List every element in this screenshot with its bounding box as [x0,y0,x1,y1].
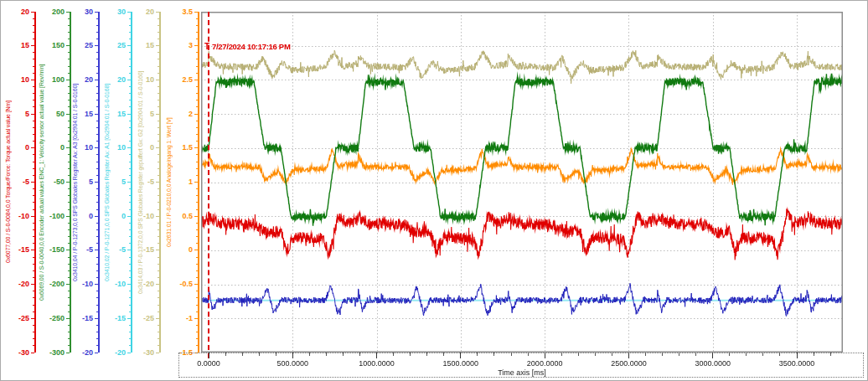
y-axis-major-tick [31,80,34,80]
time-axis-minor-tick [410,353,411,356]
time-cursor-line[interactable] [208,12,209,358]
y-axis-tick-label: -10 [129,212,154,221]
y-axis-minor-tick [196,168,199,169]
y-axis-minor-tick [196,175,199,176]
time-axis-tick-label: 3500.0000 [772,359,822,368]
time-axis-minor-tick [493,353,494,356]
y-axis-minor-tick [196,39,199,39]
y-axis-minor-tick [33,188,35,189]
y-axis-minor-tick [158,52,160,53]
y-axis-minor-tick [158,257,160,258]
y-axis-minor-tick [129,93,132,94]
y-axis-tick-label: -20 [68,348,93,358]
y-axis-minor-tick [129,264,132,265]
y-axis-minor-tick [196,236,199,237]
time-cursor-marker[interactable]: T [204,42,209,51]
y-axis-minor-tick [196,121,199,121]
y-axis-minor-tick [196,325,199,326]
time-axis-major-tick [209,353,209,358]
time-axis-tick-label: 1500.0000 [436,359,486,368]
y-axis-tick-label: 0 [129,143,154,152]
y-axis-major-tick [156,284,159,285]
y-axis-tick-label: 0 [101,212,126,221]
y-axis-minor-tick [129,32,132,33]
y-axis-minor-tick [129,325,132,326]
y-axis-minor-tick [33,59,35,59]
y-axis-minor-tick [196,223,199,224]
y-axis-tick-label: -5 [68,245,93,255]
y-axis-tick-label: 1.5 [168,143,193,152]
y-axis-tick-label: 10 [68,143,93,152]
y-axis-minor-tick [196,332,199,332]
y-axis-major-tick [156,182,159,183]
y-axis-tick-label: 25 [68,41,93,50]
y-axis-minor-tick [96,277,99,278]
y-axis-tick-label: 0 [168,245,193,255]
y-axis-minor-tick [196,305,199,306]
y-axis-minor-tick [96,305,99,306]
y-axis-minor-tick [33,345,35,346]
y-axis-minor-tick [33,100,35,100]
y-axis-major-tick [31,353,34,353]
y-axis-minor-tick [129,311,132,312]
y-axis-minor-tick [196,338,199,339]
y-axis-major-tick [95,318,98,319]
y-axis-minor-tick [158,39,160,39]
y-axis-minor-tick [96,209,99,210]
y-axis-major-tick [31,147,34,148]
y-axis-minor-tick [196,311,199,312]
waveform-plot[interactable] [201,12,843,353]
y-axis-tick-label: 20 [4,8,29,17]
y-axis-major-tick [194,80,198,80]
y-axis-minor-tick [129,141,132,142]
time-axis-minor-tick [359,353,360,356]
y-axis-tick-label: -10 [101,280,126,289]
y-axis-minor-tick [158,59,160,59]
y-axis-minor-tick [196,25,199,26]
time-axis-minor-tick [511,353,512,356]
y-axis-minor-tick [196,195,199,196]
y-axis-major-tick [95,12,98,13]
time-axis-minor-tick [528,353,529,356]
y-axis-tick-label: -20 [129,280,154,289]
time-axis-major-tick [797,353,798,358]
time-axis-tick-label: 1000.0000 [352,359,402,368]
y-axis-minor-tick [96,106,99,107]
y-axis-minor-tick [129,66,132,67]
y-axis-minor-tick [96,39,99,39]
y-axis-minor-tick [158,162,160,162]
y-axis-minor-tick [96,100,99,100]
y-axis-minor-tick [129,338,132,339]
y-axis-minor-tick [33,277,35,278]
y-axis-minor-tick [196,93,199,94]
y-axis-minor-tick [96,264,99,265]
y-axis-minor-tick [96,291,99,291]
y-axis-major-tick [194,284,198,285]
y-axis-major-tick [194,182,198,183]
time-axis-minor-tick [426,353,427,356]
y-axis-minor-tick [96,134,99,135]
y-axis-minor-tick [158,127,160,128]
time-axis-minor-tick [679,353,679,356]
y-axis-tick-label: -300 [39,348,65,358]
y-axis-minor-tick [158,195,160,196]
y-axis-minor-tick [158,291,160,291]
y-axis-minor-tick [196,264,199,265]
time-axis-minor-tick [309,353,310,356]
y-axis-minor-tick [129,332,132,332]
time-axis-minor-tick [242,353,243,356]
y-axis-minor-tick [129,121,132,121]
y-axis-minor-tick [158,202,160,203]
y-axis-minor-tick [158,223,160,224]
y-axis-major-tick [156,45,159,46]
y-axis-tick-label: -15 [101,314,126,323]
y-axis-minor-tick [33,291,35,291]
y-axis-major-tick [156,114,159,115]
y-axis-minor-tick [196,141,199,142]
y-axis-minor-tick [158,338,160,339]
y-axis-tick-label: 15 [68,110,93,119]
y-axis-tick-label: 15 [129,41,154,50]
y-axis-tick-label: 50 [39,110,65,119]
y-axis-minor-tick [196,66,199,67]
y-axis-minor-tick [33,202,35,203]
